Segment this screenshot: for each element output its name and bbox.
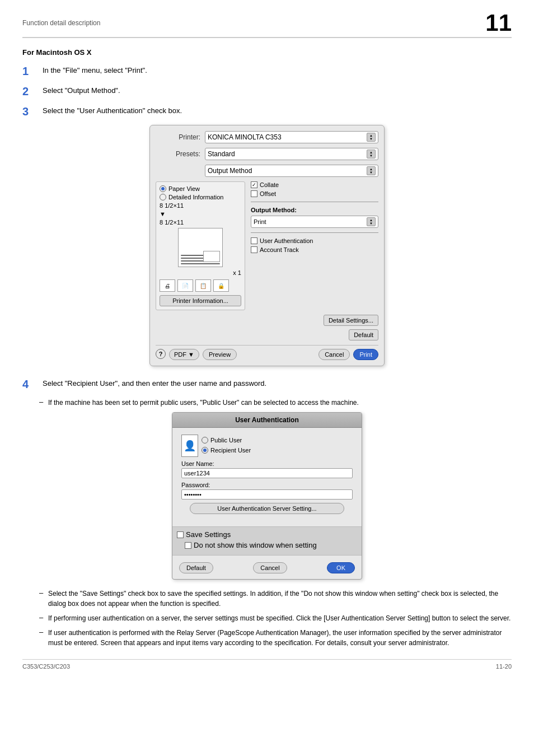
printer-label: Printer: xyxy=(156,133,200,141)
pdf-button[interactable]: PDF ▼ xyxy=(169,349,199,360)
public-user-radio[interactable] xyxy=(202,437,208,444)
user-auth-checkbox[interactable] xyxy=(251,237,257,244)
step-4-sub-4-text: If user authentication is performed with… xyxy=(48,628,512,648)
paper-preview xyxy=(178,228,223,267)
auth-ok-button[interactable]: OK xyxy=(327,562,355,573)
printer-select[interactable]: KONICA MINOLTA C353 xyxy=(205,131,378,143)
divider-1 xyxy=(251,202,378,202)
step-4-sub-3: – If performing user authentication on a… xyxy=(39,613,512,623)
offset-label: Offset xyxy=(260,190,276,197)
account-track-checkbox[interactable] xyxy=(251,246,257,253)
step-4-sub-2-text: Select the "Save Settings" check box to … xyxy=(48,589,512,609)
output-method-tab-arrow[interactable] xyxy=(367,166,376,175)
dash-2: – xyxy=(39,589,48,609)
user-auth-option[interactable]: User Authentication xyxy=(251,237,378,244)
output-method-field-select[interactable]: Print xyxy=(251,216,378,228)
step-4-text: Select "Recipient User", and then enter … xyxy=(43,377,266,388)
recipient-user-label: Recipient User xyxy=(210,447,251,454)
footer-model: C353/C253/C203 xyxy=(22,663,70,670)
step-4-sub-4: – If user authentication is performed wi… xyxy=(39,628,512,648)
auth-dialog-body: 👤 Public User Recipient User User Name: … xyxy=(172,428,362,526)
x1-label: x 1 xyxy=(160,269,241,276)
do-not-show-checkbox[interactable] xyxy=(185,542,191,549)
paper-line-4 xyxy=(181,263,220,264)
printer-icon-row: 🖨 📄 📋 🔒 xyxy=(160,279,241,292)
help-icon[interactable]: ? xyxy=(156,349,166,359)
print-button[interactable]: Print xyxy=(353,349,378,360)
step-3-number: 3 xyxy=(22,105,39,118)
offset-checkbox[interactable] xyxy=(251,190,257,197)
auth-dialog-footer: Default Cancel OK xyxy=(172,558,362,579)
save-settings-label: Save Settings xyxy=(186,530,231,539)
output-method-tab-label: Output Method xyxy=(208,167,252,175)
dash-3: – xyxy=(39,613,48,623)
printer-value: KONICA MINOLTA C353 xyxy=(208,133,282,141)
dash-4: – xyxy=(39,628,48,648)
footer-page: 11-20 xyxy=(496,663,512,670)
default-button[interactable]: Default xyxy=(349,329,378,340)
presets-select-arrow[interactable] xyxy=(367,150,376,158)
divider-2 xyxy=(251,232,378,233)
recipient-user-radio[interactable] xyxy=(202,447,208,454)
collate-label: Collate xyxy=(260,181,279,188)
save-settings-checkbox[interactable] xyxy=(177,531,184,538)
paper-table-icon xyxy=(203,251,220,262)
page-header: Function detail description 11 xyxy=(22,11,512,38)
auth-default-button[interactable]: Default xyxy=(179,562,213,573)
step-3: 3 Select the "User Authentication" check… xyxy=(22,105,512,118)
footer-right: Cancel Print xyxy=(318,349,378,360)
paper-view-radio[interactable] xyxy=(160,185,166,192)
auth-cancel-button[interactable]: Cancel xyxy=(253,562,287,573)
auth-dialog-title: User Authentication xyxy=(172,413,362,428)
printer-info-button[interactable]: Printer Information... xyxy=(160,295,241,306)
dash-1: – xyxy=(39,398,48,408)
preview-button[interactable]: Preview xyxy=(203,349,237,360)
step-4-sub-2: – Select the "Save Settings" check box t… xyxy=(39,589,512,609)
cancel-button[interactable]: Cancel xyxy=(318,349,350,360)
offset-option[interactable]: Offset xyxy=(251,190,378,197)
detailed-info-option[interactable]: Detailed Information xyxy=(160,194,241,200)
user-icon: 👤 xyxy=(181,435,198,457)
output-method-tab[interactable]: Output Method xyxy=(205,165,378,177)
presets-row: Presets: Standard xyxy=(156,148,378,160)
do-not-show-label: Do not show this window when setting xyxy=(194,541,317,549)
presets-label: Presets: xyxy=(156,150,200,158)
dialog-footer: ? PDF ▼ Preview Cancel Print xyxy=(156,345,378,360)
save-settings-option[interactable]: Save Settings xyxy=(177,530,357,539)
step-3-text: Select the "User Authentication" check b… xyxy=(43,105,182,115)
dialog-main-body: Paper View Detailed Information 8 1/2×11… xyxy=(156,181,378,310)
printer-row: Printer: KONICA MINOLTA C353 xyxy=(156,131,378,143)
printer-icon-3[interactable]: 📋 xyxy=(195,279,211,292)
down-arrow-icon: ▼ xyxy=(160,211,166,217)
printer-icon-4[interactable]: 🔒 xyxy=(213,279,229,292)
step-1: 1 In the "File" menu, select "Print". xyxy=(22,64,512,78)
output-method-field-label: Output Method: xyxy=(251,207,378,213)
presets-value: Standard xyxy=(208,150,235,158)
user-name-input[interactable] xyxy=(181,468,353,478)
paper-size-1: 8 1/2×11 xyxy=(160,202,241,209)
paper-view-option[interactable]: Paper View xyxy=(160,185,241,192)
printer-icon-2[interactable]: 📄 xyxy=(177,279,193,292)
account-track-option[interactable]: Account Track xyxy=(251,246,378,253)
printer-icon-1[interactable]: 🖨 xyxy=(160,279,175,292)
output-method-field-arrow[interactable] xyxy=(367,217,376,226)
collate-checkbox[interactable] xyxy=(251,181,257,188)
password-input[interactable] xyxy=(181,489,353,500)
step-2-number: 2 xyxy=(22,85,39,98)
public-user-option[interactable]: Public User xyxy=(202,437,251,444)
step-4-sub-1: – If the machine has been set to permit … xyxy=(39,398,512,408)
detail-settings-button[interactable]: Detail Settings... xyxy=(324,315,378,326)
step-1-number: 1 xyxy=(22,64,39,78)
chapter-number: 11 xyxy=(485,11,512,35)
recipient-user-option[interactable]: Recipient User xyxy=(202,447,251,454)
password-label: Password: xyxy=(181,482,353,488)
detailed-info-radio[interactable] xyxy=(160,194,166,200)
output-method-tab-row: Output Method xyxy=(156,165,378,177)
section-title: Function detail description xyxy=(22,19,100,27)
do-not-show-option[interactable]: Do not show this window when setting xyxy=(185,541,357,549)
printer-select-arrow[interactable] xyxy=(367,133,376,142)
server-setting-button[interactable]: User Authentication Server Setting... xyxy=(190,503,344,514)
collate-option[interactable]: Collate xyxy=(251,181,378,188)
presets-select[interactable]: Standard xyxy=(205,148,378,160)
user-name-label: User Name: xyxy=(181,460,353,467)
